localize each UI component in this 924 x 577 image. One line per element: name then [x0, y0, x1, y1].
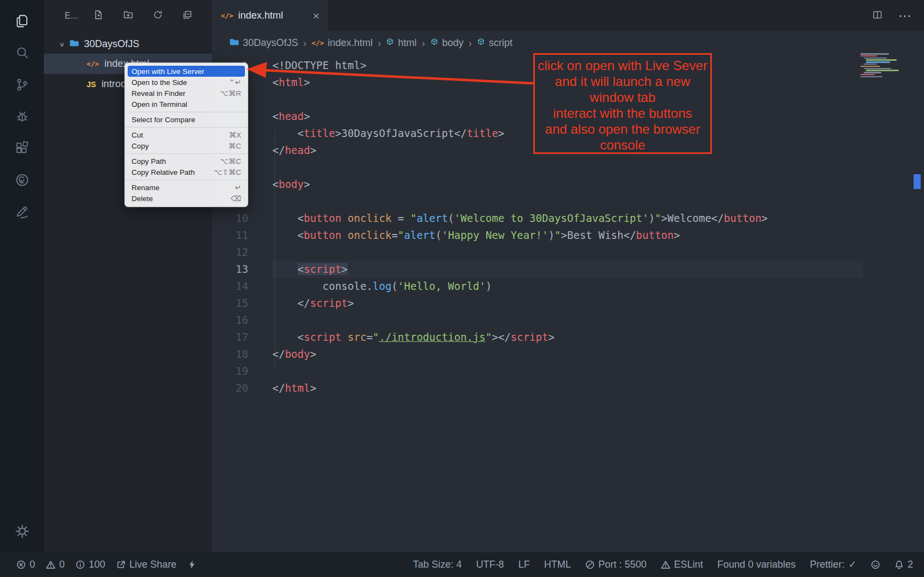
source-control-icon[interactable] [10, 72, 34, 96]
folder-name: 30DaysOfJS [84, 38, 139, 50]
notifications-status[interactable]: 2 [894, 559, 913, 570]
status-bar: 0 0 100 Live Share Tab Size: 4 UTF-8 LF … [0, 552, 924, 577]
html-file-icon: </> [311, 39, 324, 47]
bell-icon [894, 560, 904, 569]
tab-index-html[interactable]: </> index.html × [212, 0, 329, 31]
breadcrumb-file[interactable]: </> index.html [311, 37, 373, 49]
split-editor-icon[interactable] [872, 9, 883, 22]
breadcrumb: 30DaysOfJS › </> index.html › html › bod… [212, 31, 924, 55]
menu-item-reveal-in-finder[interactable]: Reveal in Finder⌥⌘R [125, 88, 248, 99]
port-status[interactable]: Port : 5500 [585, 559, 647, 570]
eol-status[interactable]: LF [518, 559, 530, 570]
code-line-11[interactable]: 11 <button onclick="alert('Happy New Yea… [212, 227, 924, 244]
explorer-header: E... [44, 0, 212, 31]
code-line-16[interactable]: 16 [212, 312, 924, 329]
breadcrumb-el-body[interactable]: body [430, 37, 464, 49]
folder-icon [70, 38, 79, 50]
code-line-18[interactable]: 18</body> [212, 346, 924, 363]
variables-status[interactable]: Found 0 variables [717, 559, 796, 570]
html-file-icon: </> [87, 60, 99, 68]
code-line-12[interactable]: 12 [212, 244, 924, 261]
menu-item-delete[interactable]: Delete⌫ [125, 193, 248, 204]
smiley-icon [871, 560, 880, 569]
run-debug-icon[interactable] [10, 104, 34, 128]
live-share-status[interactable]: Live Share [116, 559, 176, 570]
explorer-title: E... [65, 11, 78, 21]
menu-item-open-with-live-server[interactable]: Open with Live Server [128, 66, 245, 77]
problems-infos[interactable]: 100 [76, 559, 105, 570]
symbol-cube-icon [386, 37, 394, 49]
live-share-icon[interactable] [10, 168, 34, 192]
feedback-status[interactable] [871, 560, 880, 569]
code-line-9[interactable]: 9 [212, 193, 924, 210]
breadcrumb-folder[interactable]: 30DaysOfJS [230, 37, 298, 49]
new-file-icon[interactable] [93, 9, 104, 22]
code-line-15[interactable]: 15 </script> [212, 295, 924, 312]
menu-item-copy-path[interactable]: Copy Path⌥⌘C [125, 156, 248, 167]
chevron-right-icon: › [421, 37, 425, 49]
tab-bar: </> index.html × ⋯ [212, 0, 924, 31]
folder-icon [230, 37, 239, 49]
menu-separator [125, 180, 248, 180]
eslint-status[interactable]: ESLint [661, 559, 703, 570]
breadcrumb-el-script[interactable]: script [477, 37, 512, 49]
feedback-pen-icon[interactable] [10, 199, 34, 224]
code-line-10[interactable]: 10 <button onclick = "alert('Welcome to … [212, 210, 924, 227]
tab-size-status[interactable]: Tab Size: 4 [413, 559, 462, 570]
chevron-down-icon: ∨ [59, 41, 65, 48]
menu-item-select-for-compare[interactable]: Select for Compare [125, 114, 248, 125]
menu-item-cut[interactable]: Cut⌘X [125, 129, 248, 140]
warning-icon [46, 560, 55, 569]
code-line-14[interactable]: 14 console.log('Hello, World') [212, 278, 924, 295]
encoding-status[interactable]: UTF-8 [476, 559, 504, 570]
explorer-icon[interactable] [10, 9, 34, 33]
port-icon [585, 560, 595, 569]
problems-errors[interactable]: 0 [16, 559, 35, 570]
menu-item-copy[interactable]: Copy⌘C [125, 140, 248, 151]
error-icon [16, 560, 26, 569]
menu-item-rename[interactable]: Rename↵ [125, 182, 248, 193]
chevron-right-icon: › [469, 37, 472, 49]
breadcrumb-el-html[interactable]: html [386, 37, 417, 49]
extensions-icon[interactable] [10, 136, 34, 160]
overview-ruler-marker [914, 174, 921, 189]
language-status[interactable]: HTML [544, 559, 571, 570]
menu-separator [125, 112, 248, 112]
refresh-icon[interactable] [152, 9, 163, 22]
tab-title: index.html [238, 10, 283, 21]
menu-item-copy-relative-path[interactable]: Copy Relative Path⌥⇧⌘C [125, 167, 248, 178]
collapse-all-icon[interactable] [182, 9, 193, 22]
code-line-17[interactable]: 17 <script src="./introduction.js"></scr… [212, 329, 924, 346]
tree-folder-30daysofjs[interactable]: ∨ 30DaysOfJS [44, 35, 212, 54]
code-line-7[interactable]: 7 [212, 159, 924, 176]
more-actions-icon[interactable]: ⋯ [898, 8, 912, 24]
menu-item-open-in-terminal[interactable]: Open in Terminal [125, 99, 248, 110]
activity-bar [0, 0, 44, 552]
context-menu: Open with Live ServerOpen to the Side⌃↵R… [124, 62, 248, 207]
close-icon[interactable]: × [313, 10, 320, 21]
menu-separator [125, 127, 248, 128]
code-line-8[interactable]: 8<body> [212, 176, 924, 193]
minimap[interactable] [860, 53, 908, 78]
code-line-19[interactable]: 19 [212, 363, 924, 380]
annotation-box: click on open with Live Sever and it wil… [533, 53, 712, 154]
vscode-window: E... ∨ 30DaysOfJS </> index.html JS intr… [0, 0, 924, 577]
info-icon [76, 560, 85, 569]
menu-item-open-to-the-side[interactable]: Open to the Side⌃↵ [125, 77, 248, 88]
symbol-cube-icon [477, 37, 485, 49]
prettier-status[interactable]: Prettier: ✓ [810, 558, 857, 570]
check-icon: ✓ [848, 558, 857, 570]
menu-separator [125, 153, 248, 154]
chevron-right-icon: › [378, 37, 381, 49]
lightning-icon [187, 560, 197, 569]
js-file-icon: JS [87, 80, 96, 89]
code-line-13[interactable]: 13 <script> [212, 261, 924, 278]
warning-triangle-icon [661, 560, 670, 569]
problems-warnings[interactable]: 0 [46, 559, 65, 570]
settings-gear-icon[interactable] [10, 519, 34, 543]
symbol-cube-icon [430, 37, 438, 49]
lightning-status[interactable] [187, 560, 197, 569]
code-line-20[interactable]: 20</html> [212, 380, 924, 397]
new-folder-icon[interactable] [123, 9, 134, 22]
search-icon[interactable] [10, 41, 34, 65]
